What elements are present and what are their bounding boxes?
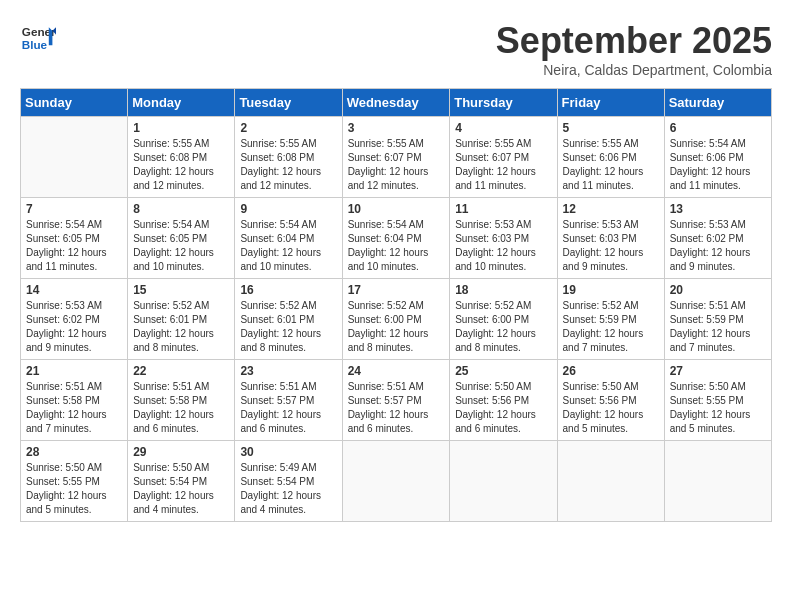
day-info: Sunrise: 5:52 AM Sunset: 6:00 PM Dayligh… <box>455 299 551 355</box>
week-row-5: 28Sunrise: 5:50 AM Sunset: 5:55 PM Dayli… <box>21 441 772 522</box>
weekday-header-monday: Monday <box>128 89 235 117</box>
calendar-cell: 25Sunrise: 5:50 AM Sunset: 5:56 PM Dayli… <box>450 360 557 441</box>
day-number: 28 <box>26 445 122 459</box>
day-info: Sunrise: 5:55 AM Sunset: 6:08 PM Dayligh… <box>133 137 229 193</box>
svg-text:Blue: Blue <box>22 38 48 51</box>
calendar-cell: 21Sunrise: 5:51 AM Sunset: 5:58 PM Dayli… <box>21 360 128 441</box>
calendar-cell: 26Sunrise: 5:50 AM Sunset: 5:56 PM Dayli… <box>557 360 664 441</box>
day-number: 1 <box>133 121 229 135</box>
day-number: 7 <box>26 202 122 216</box>
calendar-cell: 3Sunrise: 5:55 AM Sunset: 6:07 PM Daylig… <box>342 117 450 198</box>
calendar-cell <box>450 441 557 522</box>
day-info: Sunrise: 5:50 AM Sunset: 5:55 PM Dayligh… <box>670 380 766 436</box>
calendar-cell: 4Sunrise: 5:55 AM Sunset: 6:07 PM Daylig… <box>450 117 557 198</box>
day-info: Sunrise: 5:50 AM Sunset: 5:56 PM Dayligh… <box>455 380 551 436</box>
day-info: Sunrise: 5:52 AM Sunset: 6:00 PM Dayligh… <box>348 299 445 355</box>
day-info: Sunrise: 5:54 AM Sunset: 6:05 PM Dayligh… <box>133 218 229 274</box>
title-block: September 2025 Neira, Caldas Department,… <box>496 20 772 78</box>
day-info: Sunrise: 5:51 AM Sunset: 5:57 PM Dayligh… <box>348 380 445 436</box>
calendar-cell: 9Sunrise: 5:54 AM Sunset: 6:04 PM Daylig… <box>235 198 342 279</box>
day-info: Sunrise: 5:54 AM Sunset: 6:04 PM Dayligh… <box>348 218 445 274</box>
day-number: 13 <box>670 202 766 216</box>
day-number: 14 <box>26 283 122 297</box>
calendar-cell: 19Sunrise: 5:52 AM Sunset: 5:59 PM Dayli… <box>557 279 664 360</box>
day-info: Sunrise: 5:54 AM Sunset: 6:05 PM Dayligh… <box>26 218 122 274</box>
weekday-header-sunday: Sunday <box>21 89 128 117</box>
calendar-cell: 18Sunrise: 5:52 AM Sunset: 6:00 PM Dayli… <box>450 279 557 360</box>
weekday-header-thursday: Thursday <box>450 89 557 117</box>
day-info: Sunrise: 5:53 AM Sunset: 6:02 PM Dayligh… <box>26 299 122 355</box>
day-info: Sunrise: 5:52 AM Sunset: 6:01 PM Dayligh… <box>133 299 229 355</box>
day-number: 15 <box>133 283 229 297</box>
calendar-cell: 8Sunrise: 5:54 AM Sunset: 6:05 PM Daylig… <box>128 198 235 279</box>
calendar-cell: 16Sunrise: 5:52 AM Sunset: 6:01 PM Dayli… <box>235 279 342 360</box>
calendar-cell: 6Sunrise: 5:54 AM Sunset: 6:06 PM Daylig… <box>664 117 771 198</box>
logo: General Blue <box>20 20 56 56</box>
week-row-1: 1Sunrise: 5:55 AM Sunset: 6:08 PM Daylig… <box>21 117 772 198</box>
day-number: 16 <box>240 283 336 297</box>
day-info: Sunrise: 5:55 AM Sunset: 6:08 PM Dayligh… <box>240 137 336 193</box>
day-info: Sunrise: 5:49 AM Sunset: 5:54 PM Dayligh… <box>240 461 336 517</box>
day-info: Sunrise: 5:54 AM Sunset: 6:06 PM Dayligh… <box>670 137 766 193</box>
day-number: 9 <box>240 202 336 216</box>
day-info: Sunrise: 5:50 AM Sunset: 5:56 PM Dayligh… <box>563 380 659 436</box>
day-number: 3 <box>348 121 445 135</box>
day-number: 19 <box>563 283 659 297</box>
day-number: 10 <box>348 202 445 216</box>
day-info: Sunrise: 5:52 AM Sunset: 5:59 PM Dayligh… <box>563 299 659 355</box>
day-number: 4 <box>455 121 551 135</box>
month-title: September 2025 <box>496 20 772 62</box>
day-number: 5 <box>563 121 659 135</box>
calendar-table: SundayMondayTuesdayWednesdayThursdayFrid… <box>20 88 772 522</box>
day-info: Sunrise: 5:53 AM Sunset: 6:02 PM Dayligh… <box>670 218 766 274</box>
day-number: 30 <box>240 445 336 459</box>
calendar-cell <box>342 441 450 522</box>
day-info: Sunrise: 5:55 AM Sunset: 6:07 PM Dayligh… <box>455 137 551 193</box>
day-number: 20 <box>670 283 766 297</box>
day-number: 22 <box>133 364 229 378</box>
calendar-cell: 12Sunrise: 5:53 AM Sunset: 6:03 PM Dayli… <box>557 198 664 279</box>
day-number: 25 <box>455 364 551 378</box>
calendar-cell: 11Sunrise: 5:53 AM Sunset: 6:03 PM Dayli… <box>450 198 557 279</box>
location-subtitle: Neira, Caldas Department, Colombia <box>496 62 772 78</box>
calendar-cell: 10Sunrise: 5:54 AM Sunset: 6:04 PM Dayli… <box>342 198 450 279</box>
weekday-header-wednesday: Wednesday <box>342 89 450 117</box>
calendar-cell: 28Sunrise: 5:50 AM Sunset: 5:55 PM Dayli… <box>21 441 128 522</box>
calendar-cell: 1Sunrise: 5:55 AM Sunset: 6:08 PM Daylig… <box>128 117 235 198</box>
day-info: Sunrise: 5:52 AM Sunset: 6:01 PM Dayligh… <box>240 299 336 355</box>
calendar-cell: 24Sunrise: 5:51 AM Sunset: 5:57 PM Dayli… <box>342 360 450 441</box>
day-number: 18 <box>455 283 551 297</box>
day-number: 29 <box>133 445 229 459</box>
calendar-cell: 20Sunrise: 5:51 AM Sunset: 5:59 PM Dayli… <box>664 279 771 360</box>
day-number: 17 <box>348 283 445 297</box>
calendar-cell: 17Sunrise: 5:52 AM Sunset: 6:00 PM Dayli… <box>342 279 450 360</box>
calendar-cell <box>557 441 664 522</box>
day-number: 6 <box>670 121 766 135</box>
calendar-cell: 22Sunrise: 5:51 AM Sunset: 5:58 PM Dayli… <box>128 360 235 441</box>
day-number: 8 <box>133 202 229 216</box>
day-info: Sunrise: 5:51 AM Sunset: 5:58 PM Dayligh… <box>133 380 229 436</box>
calendar-cell: 14Sunrise: 5:53 AM Sunset: 6:02 PM Dayli… <box>21 279 128 360</box>
calendar-cell: 27Sunrise: 5:50 AM Sunset: 5:55 PM Dayli… <box>664 360 771 441</box>
day-number: 12 <box>563 202 659 216</box>
day-number: 23 <box>240 364 336 378</box>
week-row-4: 21Sunrise: 5:51 AM Sunset: 5:58 PM Dayli… <box>21 360 772 441</box>
day-number: 2 <box>240 121 336 135</box>
logo-icon: General Blue <box>20 20 56 56</box>
calendar-cell: 29Sunrise: 5:50 AM Sunset: 5:54 PM Dayli… <box>128 441 235 522</box>
day-info: Sunrise: 5:51 AM Sunset: 5:57 PM Dayligh… <box>240 380 336 436</box>
calendar-cell: 23Sunrise: 5:51 AM Sunset: 5:57 PM Dayli… <box>235 360 342 441</box>
weekday-header-friday: Friday <box>557 89 664 117</box>
weekday-header-tuesday: Tuesday <box>235 89 342 117</box>
day-info: Sunrise: 5:51 AM Sunset: 5:59 PM Dayligh… <box>670 299 766 355</box>
calendar-cell: 15Sunrise: 5:52 AM Sunset: 6:01 PM Dayli… <box>128 279 235 360</box>
day-number: 24 <box>348 364 445 378</box>
calendar-cell: 30Sunrise: 5:49 AM Sunset: 5:54 PM Dayli… <box>235 441 342 522</box>
day-info: Sunrise: 5:53 AM Sunset: 6:03 PM Dayligh… <box>455 218 551 274</box>
day-info: Sunrise: 5:50 AM Sunset: 5:55 PM Dayligh… <box>26 461 122 517</box>
day-number: 11 <box>455 202 551 216</box>
week-row-3: 14Sunrise: 5:53 AM Sunset: 6:02 PM Dayli… <box>21 279 772 360</box>
day-info: Sunrise: 5:53 AM Sunset: 6:03 PM Dayligh… <box>563 218 659 274</box>
calendar-cell <box>21 117 128 198</box>
calendar-cell <box>664 441 771 522</box>
